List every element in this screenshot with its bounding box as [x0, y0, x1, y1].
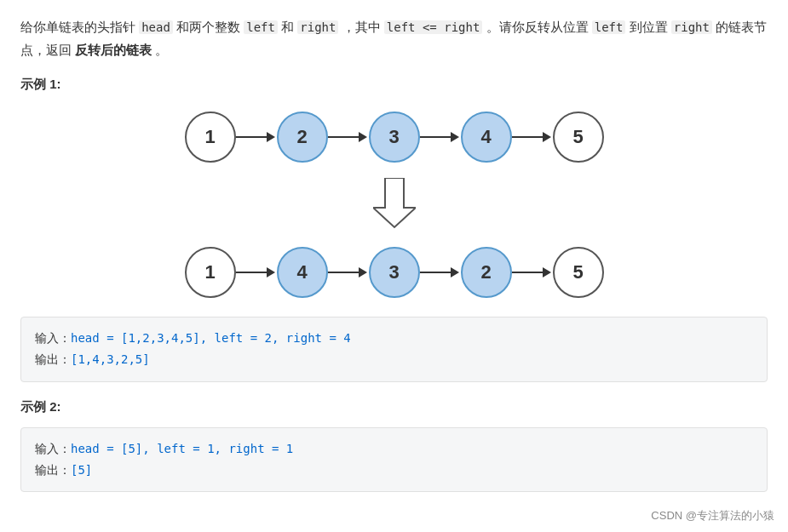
problem-description: 给你单链表的头指针 head 和两个整数 left 和 right ，其中 le… — [20, 15, 768, 61]
before-list: 1 2 3 4 5 — [185, 112, 604, 163]
svg-marker-0 — [373, 178, 416, 227]
node-after-5: 5 — [553, 247, 604, 298]
example2-code-block: 输入：head = [5], left = 1, right = 1 输出：[5… — [20, 427, 768, 492]
example1-code-block: 输入：head = [1,2,3,4,5], left = 2, right =… — [20, 317, 768, 381]
node-before-3: 3 — [369, 112, 420, 163]
arrow-after-3 — [420, 264, 461, 281]
arrow-after-2 — [328, 264, 369, 281]
example2-title: 示例 2: — [20, 399, 768, 415]
watermark: CSDN @专注算法的小猿 — [651, 508, 774, 523]
diagram-container: 1 2 3 4 5 1 4 3 2 5 — [20, 105, 768, 305]
example2-input-label: 输入： — [35, 442, 71, 455]
example1-title: 示例 1: — [20, 77, 768, 93]
arrow-1 — [236, 129, 277, 146]
node-before-2: 2 — [277, 112, 328, 163]
node-after-1: 1 — [185, 247, 236, 298]
example1-input-line: 输入：head = [1,2,3,4,5], left = 2, right =… — [35, 328, 753, 349]
after-list: 1 4 3 2 5 — [185, 247, 604, 298]
example1-input-label: 输入： — [35, 331, 71, 345]
example1-output-value: [1,4,3,2,5] — [71, 352, 150, 366]
example2-output-label: 输出： — [35, 463, 71, 477]
node-after-2: 2 — [461, 247, 512, 298]
arrow-4 — [512, 129, 553, 146]
example1-input-value: head = [1,2,3,4,5], left = 2, right = 4 — [71, 331, 351, 345]
node-after-4: 4 — [277, 247, 328, 298]
node-after-3: 3 — [369, 247, 420, 298]
arrow-2 — [328, 129, 369, 146]
node-before-4: 4 — [461, 112, 512, 163]
example1-output-line: 输出：[1,4,3,2,5] — [35, 349, 753, 370]
arrow-after-1 — [236, 264, 277, 281]
example2-output-line: 输出：[5] — [35, 460, 753, 481]
example2-output-value: [5] — [71, 463, 92, 477]
arrow-after-4 — [512, 264, 553, 281]
example2-input-value: head = [5], left = 1, right = 1 — [71, 442, 293, 455]
node-before-5: 5 — [553, 112, 604, 163]
node-before-1: 1 — [185, 112, 236, 163]
example1-output-label: 输出： — [35, 352, 71, 366]
arrow-3 — [420, 129, 461, 146]
example2-input-line: 输入：head = [5], left = 1, right = 1 — [35, 438, 753, 460]
down-arrow — [373, 178, 416, 232]
